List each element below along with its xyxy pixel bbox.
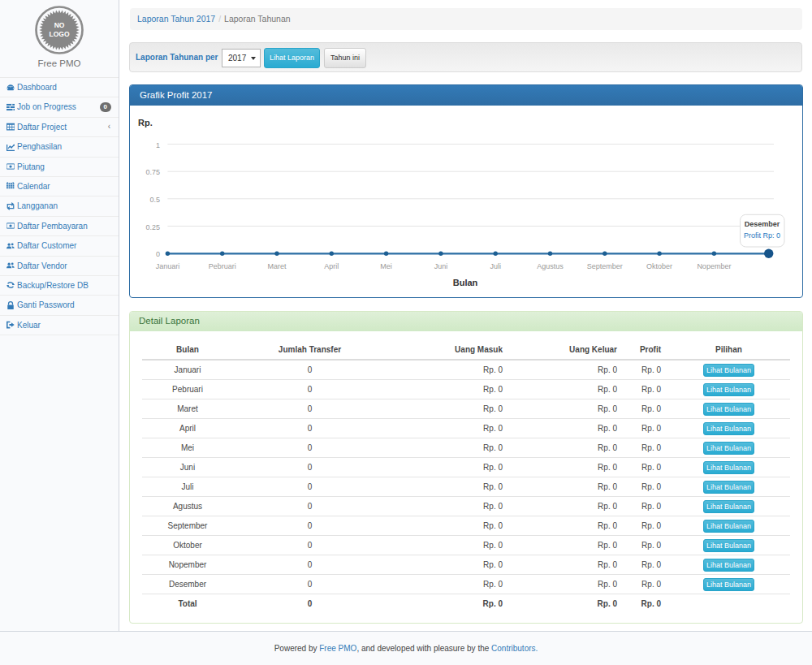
- svg-text:0.5: 0.5: [149, 196, 160, 204]
- svg-text:0: 0: [156, 250, 160, 258]
- svg-text:Maret: Maret: [267, 262, 287, 270]
- svg-text:Agustus: Agustus: [537, 262, 564, 270]
- svg-text:Januari: Januari: [156, 262, 180, 270]
- svg-text:September: September: [587, 262, 623, 270]
- svg-text:Bulan: Bulan: [453, 278, 478, 287]
- svg-text:0.75: 0.75: [145, 168, 160, 176]
- svg-text:Rp.: Rp.: [138, 118, 153, 127]
- svg-text:April: April: [324, 262, 339, 270]
- svg-text:Mei: Mei: [380, 262, 392, 270]
- svg-text:1: 1: [156, 141, 160, 149]
- svg-text:Juli: Juli: [490, 262, 501, 270]
- svg-text:Juni: Juni: [434, 262, 448, 270]
- svg-text:Profit Rp: 0: Profit Rp: 0: [744, 231, 780, 240]
- svg-text:Oktober: Oktober: [646, 262, 672, 270]
- svg-text:Pebruari: Pebruari: [209, 262, 236, 270]
- svg-text:LOGO: LOGO: [49, 30, 69, 38]
- svg-text:NO: NO: [54, 21, 65, 29]
- svg-text:Desember: Desember: [745, 220, 780, 228]
- svg-text:0.25: 0.25: [145, 223, 160, 231]
- svg-text:Nopember: Nopember: [697, 262, 731, 270]
